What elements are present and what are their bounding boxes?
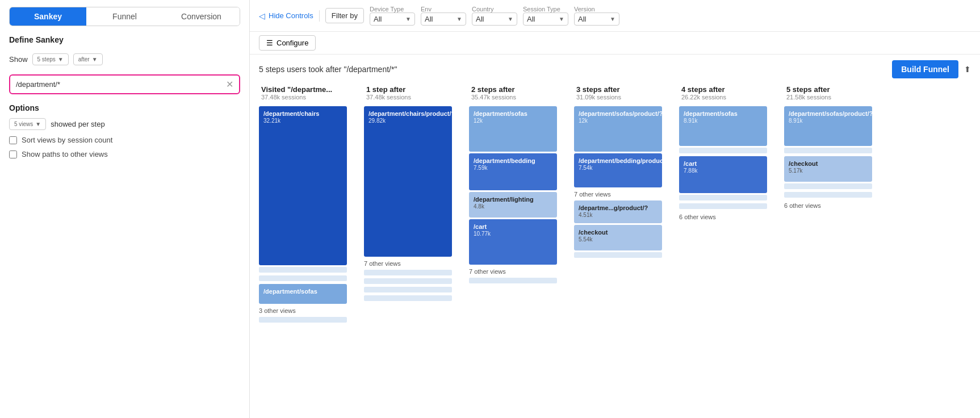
hide-controls-icon: ◁	[259, 11, 265, 20]
block-5-0[interactable]: /department/sofas/product/? 8.91k	[784, 106, 872, 146]
sankey-column-2: 2 steps after 35.47k sessions /departmen…	[469, 82, 557, 324]
sort-by-session-label: Sort views by session count	[22, 136, 112, 144]
env-arrow: ▼	[457, 16, 462, 22]
block-3-1[interactable]: /department/bedding/product/? 7.54k	[574, 153, 662, 187]
mini-block-5-4	[784, 192, 872, 198]
path-search-input[interactable]	[16, 80, 226, 89]
sankey-column-4: 4 steps after 26.22k sessions /departmen…	[679, 82, 767, 324]
direction-arrow: ▼	[92, 56, 98, 62]
steps-value: 5 steps	[37, 56, 56, 62]
clear-search-button[interactable]: ✕	[226, 79, 233, 90]
block-count-2-0: 12k	[474, 118, 552, 124]
col-header-5: 5 steps after 21.58k sessions	[784, 82, 872, 106]
col-blocks-0: /department/chairs 32.21k /department/so…	[259, 106, 347, 324]
mini-block-0-5	[259, 317, 347, 323]
tab-funnel[interactable]: Funnel	[86, 7, 163, 26]
block-1-0[interactable]: /department/chairs/product/? 29.82k	[364, 106, 452, 257]
sort-by-session-row[interactable]: Sort views by session count	[9, 136, 240, 144]
mini-block-1-4	[364, 287, 452, 292]
block-2-0[interactable]: /department/sofas 12k	[469, 106, 557, 152]
col-blocks-3: /department/sofas/product/? 12k /departm…	[574, 106, 662, 259]
block-3-4[interactable]: /checkout 5.54k	[574, 225, 662, 250]
col-header-1: 1 step after 37.48k sessions	[364, 82, 452, 106]
block-2-1[interactable]: /department/bedding 7.59k	[469, 153, 557, 190]
mini-block-5-1	[784, 148, 872, 153]
sankey-column-1: 1 step after 37.48k sessions /department…	[364, 82, 452, 324]
version-label: Version	[574, 6, 619, 12]
block-label-5-2: /checkout	[789, 160, 868, 168]
mini-block-4-3	[679, 195, 767, 200]
block-label-2-1: /department/bedding	[474, 157, 552, 165]
country-value: All	[476, 15, 484, 23]
views-select[interactable]: 5 views ▼	[9, 118, 46, 130]
controls-bar: ◁ Hide Controls Filter by Device Type Al…	[250, 0, 980, 32]
hide-controls-button[interactable]: ◁ Hide Controls	[259, 11, 313, 20]
define-sankey-section: Define Sankey	[9, 35, 240, 44]
block-4-2[interactable]: /cart 7.88k	[679, 156, 767, 193]
block-5-2[interactable]: /checkout 5.17k	[784, 156, 872, 182]
export-icon[interactable]: ⬆	[964, 65, 971, 74]
block-count-2-3: 10.77k	[474, 231, 552, 237]
device-type-select[interactable]: All ▼	[370, 12, 415, 26]
direction-select[interactable]: after ▼	[73, 53, 103, 65]
block-2-3[interactable]: /cart 10.77k	[469, 219, 557, 265]
session-type-filter: Session Type All ▼	[523, 6, 568, 26]
columns-wrapper: Visited "/departme... 37.48k sessions /d…	[259, 82, 971, 328]
block-count-0-0: 32.21k	[263, 118, 342, 124]
show-paths-row[interactable]: Show paths to other views	[9, 150, 240, 158]
block-3-0[interactable]: /department/sofas/product/? 12k	[574, 106, 662, 152]
block-count-3-0: 12k	[579, 118, 657, 124]
col-header-4: 4 steps after 26.22k sessions	[679, 82, 767, 106]
tab-conversion[interactable]: Conversion	[163, 7, 240, 26]
show-paths-checkbox[interactable]	[9, 151, 17, 158]
block-label-1-0: /department/chairs/product/?	[368, 110, 447, 118]
col-header-3: 3 steps after 31.09k sessions	[574, 82, 662, 106]
country-select[interactable]: All ▼	[472, 12, 517, 26]
controls-divider	[319, 10, 320, 22]
block-4-0[interactable]: /department/sofas 8.91k	[679, 106, 767, 146]
block-label-0-3: /department/sofas	[263, 287, 342, 295]
env-select[interactable]: All ▼	[421, 12, 466, 26]
session-type-label: Session Type	[523, 6, 568, 12]
sort-by-session-checkbox[interactable]	[9, 136, 17, 144]
col-subtitle-3: 31.09k sessions	[576, 94, 660, 101]
block-0-3[interactable]: /department/sofas	[259, 284, 347, 304]
tab-sankey[interactable]: Sankey	[10, 7, 86, 26]
mini-block-1-3	[364, 278, 452, 284]
block-3-3[interactable]: /departme...g/product/? 4.51k	[574, 200, 662, 223]
mini-block-5-3	[784, 183, 872, 189]
tab-group: Sankey Funnel Conversion	[9, 7, 240, 26]
env-label: Env	[421, 6, 466, 12]
block-0-0[interactable]: /department/chairs 32.21k	[259, 106, 347, 265]
showed-per-step-label: showed per step	[51, 120, 104, 128]
col-blocks-4: /department/sofas 8.91k /cart 7.88k 6 ot…	[679, 106, 767, 221]
steps-select[interactable]: 5 steps ▼	[32, 53, 69, 65]
col-blocks-5: /department/sofas/product/? 8.91k /check…	[784, 106, 872, 210]
options-title: Options	[9, 103, 240, 112]
filter-by-button[interactable]: Filter by	[325, 8, 364, 23]
sankey-area: Visited "/departme... 37.48k sessions /d…	[250, 82, 980, 418]
col-subtitle-2: 35.47k sessions	[471, 94, 555, 101]
version-select[interactable]: All ▼	[574, 12, 619, 26]
configure-button[interactable]: ☰ Configure	[259, 35, 316, 51]
views-row: 5 views ▼ showed per step	[9, 118, 240, 130]
path-search-wrap: ✕	[9, 74, 240, 94]
steps-arrow: ▼	[58, 56, 64, 62]
block-2-2[interactable]: /department/lighting 4.8k	[469, 192, 557, 218]
col-title-2: 2 steps after	[471, 85, 555, 94]
other-views-5: 6 other views	[784, 200, 872, 210]
session-type-select[interactable]: All ▼	[523, 12, 568, 26]
define-sankey-title: Define Sankey	[9, 35, 240, 44]
show-row: Show 5 steps ▼ after ▼	[9, 53, 240, 65]
block-label-2-0: /department/sofas	[474, 110, 552, 118]
block-label-0-0: /department/chairs	[263, 110, 342, 118]
build-funnel-button[interactable]: Build Funnel	[892, 60, 958, 78]
country-arrow: ▼	[508, 16, 513, 22]
col-title-3: 3 steps after	[576, 85, 660, 94]
other-views-3: 7 other views	[574, 189, 662, 199]
block-count-4-0: 8.91k	[684, 118, 763, 124]
country-filter: Country All ▼	[472, 6, 517, 26]
block-count-1-0: 29.82k	[368, 118, 447, 124]
block-count-3-1: 7.54k	[579, 165, 657, 171]
block-label-3-1: /department/bedding/product/?	[579, 157, 657, 165]
